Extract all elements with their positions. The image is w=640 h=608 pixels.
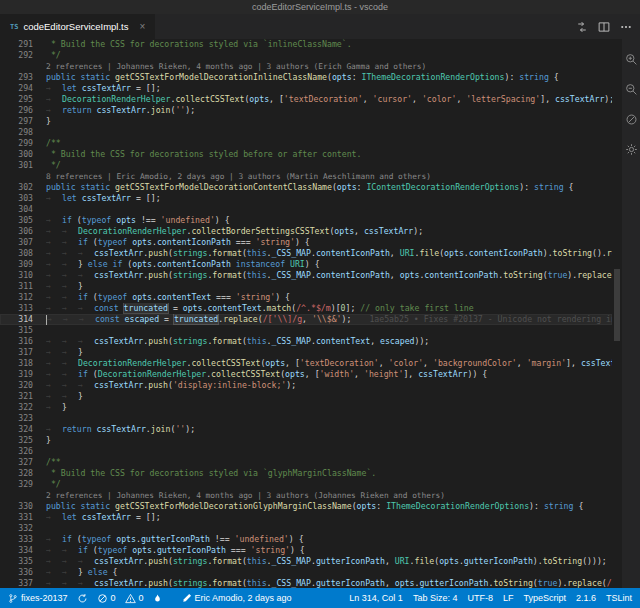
typescript-version[interactable]: 2.1.6	[576, 593, 596, 603]
language-mode[interactable]: TypeScript	[523, 593, 566, 603]
line-number[interactable]: 314	[0, 314, 46, 325]
line-number[interactable]: 316	[0, 336, 46, 347]
line-number[interactable]: 329	[0, 479, 46, 490]
line-number[interactable]: 312	[0, 292, 46, 303]
line-number[interactable]: 307	[0, 237, 46, 248]
code-line[interactable]: 330public static getCSSTextForModelDecor…	[0, 501, 612, 512]
code-line[interactable]: 326	[0, 446, 612, 457]
line-number[interactable]: 294	[0, 83, 46, 94]
zoom-out-icon[interactable]	[625, 83, 638, 96]
line-number[interactable]: 320	[0, 380, 46, 391]
code-line[interactable]: 322→}	[0, 402, 612, 413]
line-number[interactable]: 308	[0, 248, 46, 259]
code-line[interactable]: 292 */	[0, 50, 612, 61]
warnings-indicator[interactable]: 0	[125, 593, 144, 604]
line-number[interactable]: 297	[0, 116, 46, 127]
code-line[interactable]: 335→→→cssTextArr.push(strings.format(thi…	[0, 556, 612, 567]
errors-indicator[interactable]: 0	[97, 593, 116, 604]
line-number[interactable]: 327	[0, 457, 46, 468]
code-line[interactable]: 313→→→const truncated = opts.contentText…	[0, 303, 612, 314]
split-editor-icon[interactable]	[598, 21, 610, 33]
code-editor[interactable]: 291 * Build the CSS for decorations styl…	[0, 39, 622, 588]
codelens-row[interactable]: 2 references | Johannes Rieken, 4 months…	[0, 490, 612, 501]
line-number[interactable]: 298	[0, 127, 46, 138]
code-line[interactable]: 298	[0, 127, 612, 138]
line-number[interactable]: 318	[0, 358, 46, 369]
line-number[interactable]: 317	[0, 347, 46, 358]
code-line[interactable]: 301 */	[0, 160, 612, 171]
code-line[interactable]: 325}	[0, 435, 612, 446]
line-number[interactable]: 321	[0, 391, 46, 402]
line-number[interactable]: 326	[0, 446, 46, 457]
codelens-row[interactable]: 2 references | Johannes Rieken, 4 months…	[0, 61, 612, 72]
line-number[interactable]: 303	[0, 193, 46, 204]
code-line[interactable]: 294→let cssTextArr = [];	[0, 83, 612, 94]
line-number[interactable]: 333	[0, 534, 46, 545]
code-line[interactable]: 300 * Build the CSS for decorations styl…	[0, 149, 612, 160]
line-number[interactable]: 306	[0, 226, 46, 237]
line-number[interactable]: 331	[0, 512, 46, 523]
git-branch-indicator[interactable]: fixes-20137	[8, 593, 68, 604]
tab-close-icon[interactable]: ×	[140, 21, 146, 32]
zoom-in-icon[interactable]	[625, 53, 638, 66]
cursor-position[interactable]: Ln 314, Col 1	[349, 593, 403, 603]
code-line[interactable]: 305→if (typeof opts !== 'undefined') {	[0, 215, 612, 226]
gitlens-blame-status[interactable]: Eric Amodio, 2 days ago	[182, 593, 292, 603]
code-line[interactable]: 316→→→cssTextArr.push(strings.format(thi…	[0, 336, 612, 347]
line-number[interactable]: 315	[0, 325, 46, 336]
code-line[interactable]: 318→→DecorationRenderHelper.collectCSSTe…	[0, 358, 612, 369]
line-number[interactable]: 299	[0, 138, 46, 149]
more-actions-icon[interactable]	[620, 21, 632, 33]
code-line[interactable]: 307→→if (typeof opts.contentIconPath ===…	[0, 237, 612, 248]
open-changes-icon[interactable]	[576, 21, 588, 33]
code-line[interactable]: 327/**	[0, 457, 612, 468]
code-line[interactable]: 303→let cssTextArr = [];	[0, 193, 612, 204]
line-number[interactable]: 300	[0, 149, 46, 160]
codelens-row[interactable]: 8 references | Eric Amodio, 2 days ago |…	[0, 171, 612, 182]
tab-size-indicator[interactable]: Tab Size: 4	[413, 593, 458, 603]
code-line[interactable]: 331→let cssTextArr = [];	[0, 512, 612, 523]
line-number[interactable]: 305	[0, 215, 46, 226]
line-number[interactable]: 309	[0, 259, 46, 270]
vertical-scrollbar[interactable]	[612, 39, 622, 588]
line-number[interactable]: 336	[0, 567, 46, 578]
code-line[interactable]: 312→→if (typeof opts.contentText === 'st…	[0, 292, 612, 303]
line-number[interactable]: 337	[0, 578, 46, 588]
line-number[interactable]: 301	[0, 160, 46, 171]
line-number[interactable]: 311	[0, 281, 46, 292]
encoding-indicator[interactable]: UTF-8	[467, 593, 493, 603]
gear-icon[interactable]	[625, 143, 638, 156]
line-number[interactable]: 334	[0, 545, 46, 556]
code-line[interactable]: 306→→DecorationRenderHelper.collectBorde…	[0, 226, 612, 237]
code-line[interactable]: 293public static getCSSTextForModelDecor…	[0, 72, 612, 83]
code-line[interactable]: 309→→} else if (opts.contentIconPath ins…	[0, 259, 612, 270]
code-line[interactable]: 291 * Build the CSS for decorations styl…	[0, 39, 612, 50]
line-number[interactable]: 328	[0, 468, 46, 479]
line-number[interactable]: 322	[0, 402, 46, 413]
line-number[interactable]: 293	[0, 72, 46, 83]
code-line[interactable]: 317→→}	[0, 347, 612, 358]
line-number[interactable]: 302	[0, 182, 46, 193]
code-line[interactable]: 319→→if (DecorationRenderHelper.collectC…	[0, 369, 612, 380]
code-line[interactable]: 334→→if (typeof opts.gutterIconPath === …	[0, 545, 612, 556]
circle-slash-icon[interactable]	[625, 113, 638, 126]
code-line[interactable]: 315	[0, 325, 612, 336]
code-line[interactable]: 310→→→cssTextArr.push(strings.format(thi…	[0, 270, 612, 281]
tslint-status[interactable]: TSLint	[606, 593, 632, 603]
eol-indicator[interactable]: LF	[503, 593, 514, 603]
code-line[interactable]: 311→→}	[0, 281, 612, 292]
code-line[interactable]: 328 * Build the CSS for decorations styl…	[0, 468, 612, 479]
line-number[interactable]: 313	[0, 303, 46, 314]
code-line[interactable]: 296→return cssTextArr.join('');	[0, 105, 612, 116]
code-line[interactable]: 333→if (typeof opts.gutterIconPath !== '…	[0, 534, 612, 545]
line-number[interactable]: 310	[0, 270, 46, 281]
code-line[interactable]: 299/**	[0, 138, 612, 149]
line-number[interactable]: 291	[0, 39, 46, 50]
line-number[interactable]: 335	[0, 556, 46, 567]
code-line[interactable]: 314→→→const escaped = truncated.replace(…	[0, 314, 612, 325]
code-line[interactable]: 329 */	[0, 479, 612, 490]
code-line[interactable]: 323	[0, 413, 612, 424]
tab-codeeditorserviceimpl[interactable]: TS codeEditorServiceImpl.ts ×	[0, 14, 156, 39]
code-line[interactable]: 332	[0, 523, 612, 534]
line-number[interactable]: 330	[0, 501, 46, 512]
